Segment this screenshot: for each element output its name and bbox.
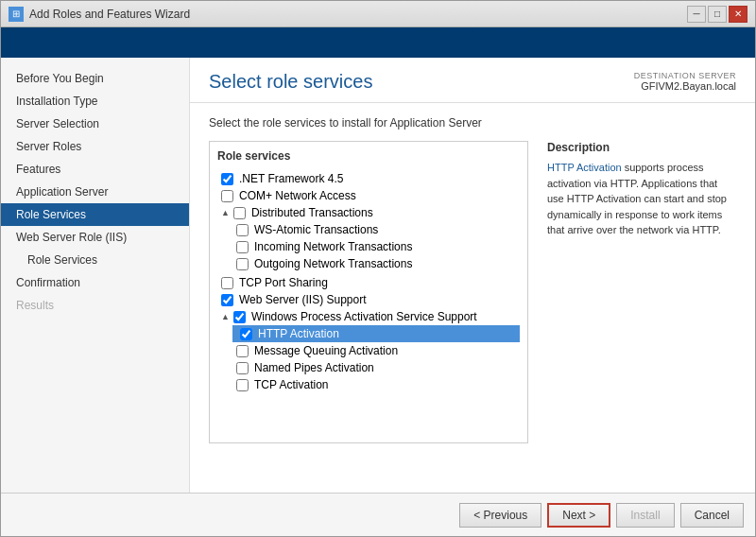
item-tcp-activation[interactable]: TCP Activation — [232, 376, 520, 393]
label-tcp-port: TCP Port Sharing — [239, 276, 328, 289]
sidebar-item-server-roles[interactable]: Server Roles — [1, 135, 189, 158]
title-buttons: ─ □ ✕ — [687, 6, 747, 23]
checkbox-incoming-network[interactable] — [236, 241, 249, 253]
label-message-queuing: Message Queuing Activation — [254, 344, 398, 357]
expand-icon-windows-process: ▲ — [221, 312, 230, 321]
cancel-button[interactable]: Cancel — [680, 503, 744, 528]
item-outgoing-network[interactable]: Outgoing Network Transactions — [232, 255, 520, 272]
checkbox-named-pipes[interactable] — [236, 362, 249, 374]
label-incoming-network: Incoming Network Transactions — [254, 240, 412, 253]
page-subtitle: Select the role services to install for … — [209, 116, 736, 130]
item-dotnet[interactable]: .NET Framework 4.5 — [217, 170, 520, 187]
close-button[interactable]: ✕ — [729, 6, 747, 23]
page-title: Select role services — [209, 71, 372, 93]
destination-label: DESTINATION SERVER — [634, 71, 736, 80]
sidebar-item-application-server[interactable]: Application Server — [1, 181, 189, 203]
label-tcp-activation: TCP Activation — [254, 378, 328, 391]
title-bar: ⊞ Add Roles and Features Wizard ─ □ ✕ — [1, 1, 755, 27]
item-message-queuing[interactable]: Message Queuing Activation — [232, 342, 520, 359]
description-panel: Description HTTP Activation supports pro… — [547, 141, 736, 443]
children-windows-process: HTTP Activation Message Queuing Activati… — [217, 325, 520, 393]
sidebar-item-confirmation[interactable]: Confirmation — [1, 271, 189, 294]
sidebar-item-results[interactable]: Results — [1, 294, 189, 317]
window-title: Add Roles and Features Wizard — [29, 8, 190, 21]
sidebar: Before You Begin Installation Type Serve… — [1, 58, 190, 493]
item-web-iis[interactable]: Web Server (IIS) Support — [217, 291, 520, 308]
checkbox-tcp-port[interactable] — [221, 277, 233, 289]
checkbox-message-queuing[interactable] — [236, 345, 249, 357]
page-header: Select role services DESTINATION SERVER … — [190, 58, 755, 103]
sidebar-item-features[interactable]: Features — [1, 158, 189, 181]
sidebar-item-server-selection[interactable]: Server Selection — [1, 113, 189, 135]
footer: < Previous Next > Install Cancel — [1, 493, 755, 536]
page-title-area: Select role services — [209, 71, 372, 93]
role-services-label: Role services — [217, 149, 520, 163]
two-col-layout: Role services .NET Framework 4.5 COM+ Ne… — [209, 141, 736, 443]
description-link[interactable]: HTTP Activation — [547, 162, 622, 173]
group-windows-process: ▲ Windows Process Activation Service Sup… — [217, 308, 520, 393]
previous-button[interactable]: < Previous — [459, 503, 541, 528]
label-outgoing-network: Outgoing Network Transactions — [254, 257, 412, 270]
label-http-activation: HTTP Activation — [258, 327, 339, 340]
destination-value: GFIVM2.Bayan.local — [634, 80, 736, 92]
role-services-panel: Role services .NET Framework 4.5 COM+ Ne… — [209, 141, 528, 443]
group-distributed-tx: ▲ Distributed Transactions WS-Atomic Tra… — [217, 204, 520, 272]
item-tcp-port[interactable]: TCP Port Sharing — [217, 274, 520, 291]
checkbox-windows-process[interactable] — [233, 311, 246, 323]
checkbox-ws-atomic[interactable] — [236, 224, 249, 236]
children-distributed-tx: WS-Atomic Transactions Incoming Network … — [217, 221, 520, 272]
install-button[interactable]: Install — [616, 503, 674, 528]
item-http-activation[interactable]: HTTP Activation — [232, 325, 520, 342]
sidebar-item-role-services-sub[interactable]: Role Services — [1, 249, 189, 271]
sidebar-item-web-server-role[interactable]: Web Server Role (IIS) — [1, 226, 189, 249]
label-named-pipes: Named Pipes Activation — [254, 361, 374, 374]
sidebar-item-before-you-begin[interactable]: Before You Begin — [1, 67, 189, 90]
checkbox-outgoing-network[interactable] — [236, 258, 249, 270]
checkbox-com-network[interactable] — [221, 190, 233, 202]
description-label: Description — [547, 141, 736, 154]
expander-distributed-tx[interactable]: ▲ Distributed Transactions — [217, 204, 520, 221]
checkbox-web-iis[interactable] — [221, 294, 233, 306]
checkbox-tcp-activation[interactable] — [236, 379, 249, 391]
label-distributed-tx: Distributed Transactions — [251, 206, 373, 219]
header-bar — [1, 27, 755, 58]
main-window: ⊞ Add Roles and Features Wizard ─ □ ✕ Be… — [0, 0, 756, 537]
label-web-iis: Web Server (IIS) Support — [239, 293, 367, 306]
sidebar-item-role-services[interactable]: Role Services — [1, 203, 189, 226]
item-incoming-network[interactable]: Incoming Network Transactions — [232, 238, 520, 255]
next-button[interactable]: Next > — [547, 503, 610, 528]
sidebar-item-installation-type[interactable]: Installation Type — [1, 90, 189, 113]
label-windows-process: Windows Process Activation Service Suppo… — [251, 310, 477, 323]
title-bar-left: ⊞ Add Roles and Features Wizard — [9, 7, 190, 22]
label-com-network: COM+ Network Access — [239, 189, 356, 202]
checkbox-distributed-tx[interactable] — [233, 207, 246, 219]
minimize-button[interactable]: ─ — [687, 6, 706, 23]
label-dotnet: .NET Framework 4.5 — [239, 172, 343, 185]
window-icon: ⊞ — [9, 7, 24, 22]
destination-server: DESTINATION SERVER GFIVM2.Bayan.local — [634, 71, 736, 92]
item-ws-atomic[interactable]: WS-Atomic Transactions — [232, 221, 520, 238]
maximize-button[interactable]: □ — [708, 6, 727, 23]
checkbox-dotnet[interactable] — [221, 173, 233, 185]
main-content: Select the role services to install for … — [190, 103, 755, 493]
content-area: Before You Begin Installation Type Serve… — [1, 58, 755, 493]
expand-icon-distributed-tx: ▲ — [221, 208, 230, 217]
checkbox-http-activation[interactable] — [240, 328, 252, 340]
expander-windows-process[interactable]: ▲ Windows Process Activation Service Sup… — [217, 308, 520, 325]
label-ws-atomic: WS-Atomic Transactions — [254, 223, 378, 236]
item-com-network[interactable]: COM+ Network Access — [217, 187, 520, 204]
description-text: HTTP Activation supports process activat… — [547, 160, 736, 238]
item-named-pipes[interactable]: Named Pipes Activation — [232, 359, 520, 376]
